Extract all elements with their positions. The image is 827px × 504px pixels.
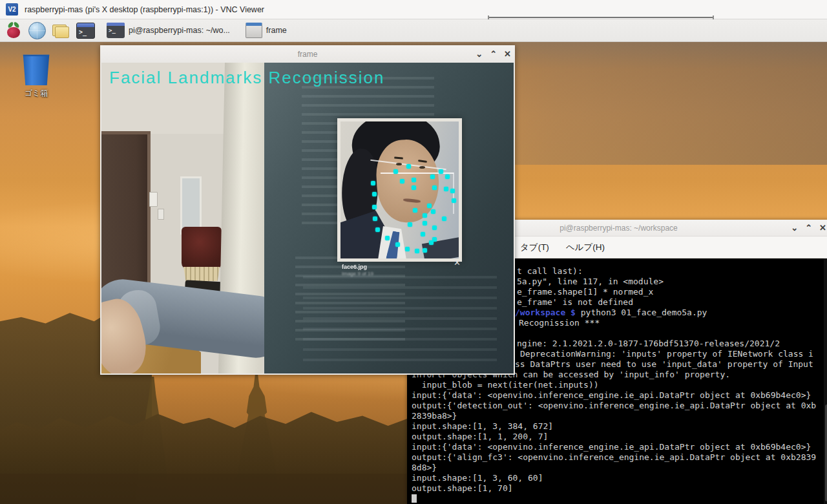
taskbar-task-frame[interactable]: frame xyxy=(242,21,291,40)
facial-landmark-dot xyxy=(408,222,412,227)
photo-close-icon: ✕ xyxy=(454,258,461,268)
wall-frame xyxy=(180,176,202,235)
facial-landmark-dot xyxy=(432,226,437,230)
menu-item[interactable]: タブ(T) xyxy=(520,242,549,252)
maximize-button[interactable]: ⌃ xyxy=(805,224,812,232)
maximize-button[interactable]: ⌃ xyxy=(490,50,497,58)
trash-shortcut[interactable]: ゴミ箱 xyxy=(17,52,56,99)
photo-index: Image 9 of 19 xyxy=(342,271,373,277)
taskbar-task-terminal[interactable]: >_ pi@raspberrypi-mas: ~/wo... xyxy=(103,21,234,40)
terminal-launcher-button[interactable]: >_ xyxy=(76,23,95,39)
web-browser-button[interactable] xyxy=(28,22,46,39)
terminal-line: output:{'align_fc3': <openvino.inference… xyxy=(412,452,827,463)
camera-video-feed: face6.jpg Image 9 of 19 ✕ Facial Landmar… xyxy=(101,63,514,373)
terminal-line: output.shape:[1, 1, 200, 7] xyxy=(412,432,827,442)
facial-landmark-dot xyxy=(372,205,377,209)
terminal-line: input.shape:[1, 3, 60, 60] xyxy=(412,473,827,483)
facial-landmark-dot xyxy=(412,185,416,190)
overlay-title: Facial Landmarks Recognission xyxy=(109,68,385,88)
light-switch xyxy=(149,192,158,207)
vnc-window-title: raspberrypi-mas (pi's X desktop (raspber… xyxy=(25,5,264,14)
terminal-line: input:{'data': <openvino.inference_engin… xyxy=(412,390,827,401)
facial-landmark-dot xyxy=(430,174,435,179)
minimize-button[interactable]: ⌄ xyxy=(791,224,798,232)
terminal-icon: >_ xyxy=(79,28,87,36)
file-manager-button[interactable] xyxy=(52,25,70,38)
facial-landmark-dot xyxy=(373,216,377,221)
terminal-line: output.shape:[1, 70] xyxy=(412,483,827,494)
terminal-scrollbar[interactable] xyxy=(824,258,827,504)
terminal-line: input_blob = next(iter(net.inputs)) xyxy=(412,380,827,390)
facial-landmark-dot xyxy=(395,242,400,247)
terminal-cursor xyxy=(412,494,417,503)
facial-landmark-dot xyxy=(412,178,416,182)
facial-landmark-dot xyxy=(413,208,417,213)
terminal-task-icon: >_ xyxy=(107,23,125,38)
facial-landmark-dot xyxy=(429,240,434,245)
facial-landmark-dot xyxy=(421,232,425,236)
facial-landmark-dot xyxy=(452,198,456,203)
facial-landmark-dot xyxy=(393,169,398,174)
frame-title: frame xyxy=(298,50,318,59)
task-label: pi@raspberrypi-mas: ~/wo... xyxy=(129,26,230,35)
facial-landmark-dot xyxy=(445,174,450,179)
frame-window: frame ⌄ ⌃ ✕ xyxy=(100,45,515,375)
terminal-line: 2839ba8>} xyxy=(412,411,827,421)
facial-landmark-dot xyxy=(372,192,377,196)
face-photo xyxy=(340,121,459,258)
facial-landmark-dot xyxy=(423,213,427,218)
facial-landmark-dot xyxy=(431,209,435,214)
facial-landmark-dot xyxy=(406,164,411,169)
facial-landmark-dot xyxy=(415,249,419,253)
facial-landmark-dot xyxy=(371,181,375,185)
hanging-cloth xyxy=(182,227,222,269)
detection-box-right xyxy=(453,173,454,214)
facial-landmark-dot xyxy=(442,216,446,221)
light-switch xyxy=(158,209,164,220)
frame-titlebar[interactable]: frame ⌄ ⌃ ✕ xyxy=(100,45,515,63)
task-label: frame xyxy=(266,26,287,35)
taskbar: >_ >_ pi@raspberrypi-mas: ~/wo... frame xyxy=(0,19,827,42)
vnc-viewer-window: V2 raspberrypi-mas (pi's X desktop (rasp… xyxy=(0,0,827,504)
trash-icon xyxy=(22,52,50,85)
terminal-line: output:{'detection_out': <openvino.infer… xyxy=(412,401,827,411)
close-button[interactable]: ✕ xyxy=(819,224,826,232)
facial-landmark-dot xyxy=(444,187,448,191)
facial-landmark-dot xyxy=(432,185,437,190)
facial-landmark-dot xyxy=(400,179,404,184)
terminal-line: input:{'data': <openvino.inference_engin… xyxy=(412,442,827,452)
terminal-line: 8d8>} xyxy=(412,463,827,473)
vnc-logo-icon: V2 xyxy=(6,3,18,16)
menu-item[interactable]: ヘルプ(H) xyxy=(566,242,605,252)
terminal-title: pi@raspberrypi-mas: ~/workspace xyxy=(560,224,678,233)
photo-filename: face6.jpg xyxy=(342,264,367,270)
facial-landmark-dot xyxy=(423,248,427,253)
terminal-line: input.shape:[1, 3, 384, 672] xyxy=(412,421,827,432)
facial-landmark-dot xyxy=(423,221,427,226)
facial-landmark-dot xyxy=(405,247,410,251)
minimize-button[interactable]: ⌄ xyxy=(476,50,483,58)
facial-landmark-dot xyxy=(427,204,432,208)
frame-task-icon xyxy=(246,23,262,38)
facial-landmark-dot xyxy=(385,236,390,240)
close-button[interactable]: ✕ xyxy=(504,50,511,58)
blurred-document-text xyxy=(303,276,497,366)
facial-landmark-dot xyxy=(375,227,380,232)
app-menu-button[interactable] xyxy=(5,22,22,39)
window-outline-artifact xyxy=(488,17,714,18)
terminal-cursor-line xyxy=(412,494,827,504)
facial-landmark-dot xyxy=(450,189,455,193)
facial-landmark-dot xyxy=(439,169,443,174)
trash-label: ゴミ箱 xyxy=(17,88,56,99)
